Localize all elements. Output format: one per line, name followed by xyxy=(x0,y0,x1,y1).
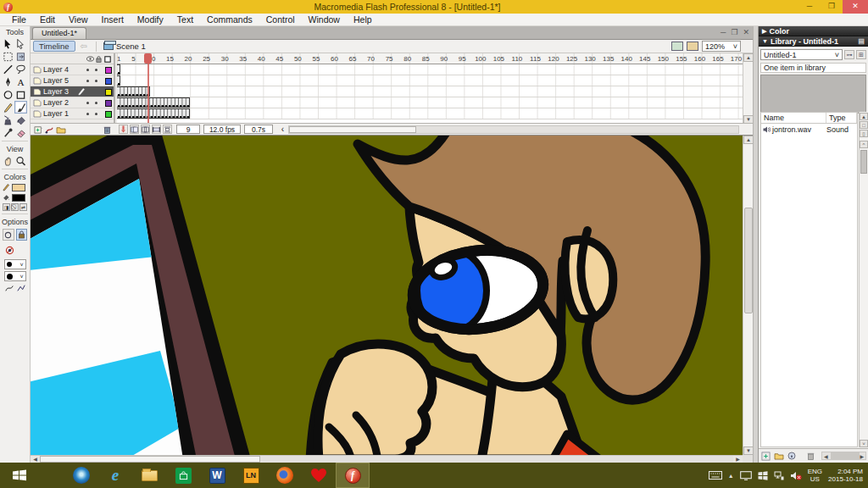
delete-item-button[interactable] xyxy=(805,451,816,461)
taskbar-app-ln[interactable]: LN xyxy=(234,463,268,488)
menu-control[interactable]: Control xyxy=(259,14,302,25)
color-panel-header[interactable]: ▶ Color xyxy=(759,26,868,36)
paint-bucket-tool[interactable] xyxy=(14,114,27,126)
brush-mode-button[interactable] xyxy=(3,244,15,256)
timeline-hscrollbar[interactable] xyxy=(288,125,739,134)
library-hscroll-thumb[interactable] xyxy=(831,452,860,459)
frames-layer-4[interactable] xyxy=(117,64,743,75)
timeline-toggle-button[interactable]: Timeline xyxy=(33,41,75,52)
frames-layer-1[interactable] xyxy=(117,108,743,119)
insert-folder-icon[interactable] xyxy=(56,125,66,134)
document-tab[interactable]: Untitled-1* xyxy=(32,27,86,39)
insert-layer-icon[interactable] xyxy=(34,125,43,134)
fill-color-swatch[interactable] xyxy=(12,194,25,202)
frame-rate-indicator[interactable]: 12.0 fps xyxy=(203,125,241,134)
menu-text[interactable]: Text xyxy=(170,14,200,25)
edit-multiple-frames-button[interactable] xyxy=(152,125,161,134)
taskbar-app-flash[interactable]: f xyxy=(336,463,370,488)
stroke-color-swatch[interactable] xyxy=(12,184,25,191)
timeline-frames-area[interactable]: 1510152025303540455055606570758085909510… xyxy=(117,53,743,124)
library-hscrollbar[interactable]: ◀ ▶ xyxy=(821,452,866,460)
layer-layer-3[interactable]: Layer 3 xyxy=(31,86,114,97)
menu-modify[interactable]: Modify xyxy=(131,14,170,25)
eyedropper-tool[interactable] xyxy=(2,126,14,139)
taskbar-app-firefox[interactable] xyxy=(268,463,302,488)
library-item[interactable]: jontron.wavSound xyxy=(761,124,857,135)
layer-layer-4[interactable]: Layer 4 xyxy=(31,64,114,75)
stage-scroll-right[interactable]: ▶ xyxy=(733,456,743,463)
stage-scroll-left[interactable]: ◀ xyxy=(31,456,40,463)
menu-window[interactable]: Window xyxy=(302,14,347,25)
onion-skin-button[interactable] xyxy=(130,125,139,134)
library-narrow-view-button[interactable]: ▯ xyxy=(860,130,868,137)
taskbar-app-heart[interactable] xyxy=(302,463,336,488)
timeline-scroll-left[interactable]: ‹ xyxy=(278,125,287,134)
menu-commands[interactable]: Commands xyxy=(200,14,259,25)
close-button[interactable]: ✕ xyxy=(843,0,868,14)
library-scroll-up[interactable]: ^ xyxy=(860,141,868,148)
hand-tool[interactable] xyxy=(2,154,14,167)
back-arrow-icon[interactable]: ⇦ xyxy=(81,42,87,51)
black-white-button[interactable]: ◨ xyxy=(3,203,10,211)
taskbar-app-media[interactable] xyxy=(64,463,98,488)
library-hscroll-right[interactable]: ▶ xyxy=(860,453,864,459)
layer-visibility-dot[interactable] xyxy=(86,102,89,104)
layer-lock-dot[interactable] xyxy=(95,69,97,71)
language-indicator[interactable]: ENG US xyxy=(808,468,822,483)
menu-insert[interactable]: Insert xyxy=(95,14,131,25)
stage-vscroll-thumb[interactable] xyxy=(744,208,753,313)
display-icon[interactable] xyxy=(740,471,752,480)
new-folder-button[interactable] xyxy=(773,451,784,461)
brush-shape-select[interactable]: ˅ xyxy=(4,271,26,281)
modify-onion-markers-button[interactable] xyxy=(163,125,172,134)
show-hidden-icons-button[interactable]: ▲ xyxy=(728,473,734,479)
selection-tool[interactable] xyxy=(2,37,14,50)
taskbar-app-word[interactable]: W xyxy=(200,463,234,488)
doc-close-button[interactable]: ✕ xyxy=(743,28,749,36)
taskbar-app-windows-store[interactable] xyxy=(166,463,200,488)
stage-hscroll-thumb[interactable] xyxy=(40,456,260,463)
onion-outline-button[interactable] xyxy=(141,125,150,134)
library-document-select[interactable]: Untitled-1˅ xyxy=(760,49,843,60)
new-symbol-button[interactable] xyxy=(760,451,771,461)
smoothing-icon[interactable] xyxy=(5,284,14,292)
oval-tool[interactable] xyxy=(2,88,14,101)
edit-symbol-icon[interactable] xyxy=(687,42,698,51)
brush-size-select[interactable]: ˅ xyxy=(4,259,26,269)
layer-layer-2[interactable]: Layer 2 xyxy=(31,97,114,108)
timeline-vscrollbar[interactable]: ▲ ▼ xyxy=(743,53,753,124)
timeline-hscroll-thumb[interactable] xyxy=(289,126,416,133)
edit-scene-icon[interactable] xyxy=(671,42,683,51)
minimize-button[interactable]: ─ xyxy=(798,0,821,14)
properties-button[interactable] xyxy=(786,451,797,461)
menu-help[interactable]: Help xyxy=(347,14,379,25)
layer-outline-color[interactable] xyxy=(105,111,112,118)
library-list-scrollbar[interactable]: ▲ □ ▯ ^ ˅ xyxy=(859,112,868,447)
pencil-tool[interactable] xyxy=(2,101,14,114)
scene-name[interactable]: Scene 1 xyxy=(116,42,146,51)
keyframes[interactable] xyxy=(117,75,120,86)
motion-guide-icon[interactable] xyxy=(45,125,54,134)
layer-outline-color[interactable] xyxy=(105,100,112,107)
library-sort-button[interactable]: ▲ xyxy=(860,113,868,120)
menu-view[interactable]: View xyxy=(62,14,95,25)
doc-restore-button[interactable]: ❐ xyxy=(731,28,737,36)
keyframes[interactable] xyxy=(117,86,150,97)
library-col-type[interactable]: Type xyxy=(826,113,857,123)
library-wide-view-button[interactable]: □ xyxy=(860,121,868,129)
subselection-tool[interactable] xyxy=(14,37,27,50)
network-icon[interactable] xyxy=(774,471,784,480)
menu-file[interactable]: File xyxy=(5,14,33,25)
frames-layer-2[interactable] xyxy=(117,97,743,108)
layer-layer-5[interactable]: Layer 5 xyxy=(31,75,114,86)
brush-tool[interactable] xyxy=(14,101,27,114)
menu-edit[interactable]: Edit xyxy=(33,14,62,25)
layer-outline-color[interactable] xyxy=(105,89,112,96)
delete-layer-icon[interactable] xyxy=(103,125,111,134)
ink-bottle-tool[interactable] xyxy=(2,114,14,126)
action-center-icon[interactable] xyxy=(758,471,768,480)
taskbar-app-file-explorer[interactable] xyxy=(132,463,166,488)
free-transform-tool[interactable] xyxy=(2,50,14,63)
stage-vscrollbar[interactable]: ▲ ▼ xyxy=(743,136,753,455)
lock-column-icon[interactable] xyxy=(96,56,102,63)
